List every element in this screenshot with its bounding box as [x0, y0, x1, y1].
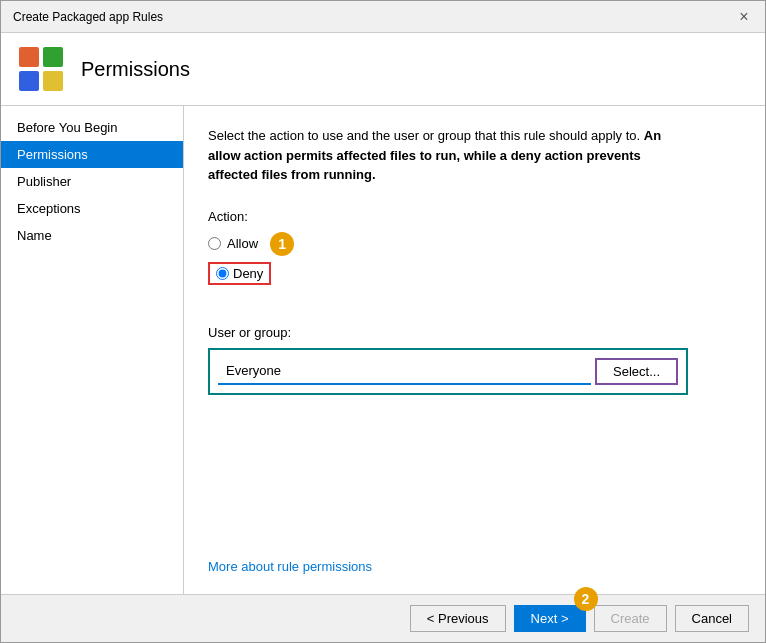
deny-radio-box: Deny [208, 262, 271, 285]
more-link[interactable]: More about rule permissions [208, 559, 372, 574]
page-title: Permissions [81, 58, 190, 81]
main-window: Create Packaged app Rules × Permissions … [0, 0, 766, 643]
title-bar: Create Packaged app Rules × [1, 1, 765, 33]
footer: < Previous 2 Next > Create Cancel [1, 594, 765, 642]
select-button[interactable]: Select... [595, 358, 678, 385]
sidebar: Before You Begin Permissions Publisher E… [1, 106, 184, 594]
link-section: More about rule permissions [208, 543, 741, 574]
sidebar-item-before-you-begin[interactable]: Before You Begin [1, 114, 183, 141]
user-group-label: User or group: [208, 325, 741, 340]
svg-rect-0 [19, 47, 39, 67]
svg-rect-3 [43, 71, 63, 91]
deny-label[interactable]: Deny [233, 266, 263, 281]
header: Permissions [1, 33, 765, 106]
action-radio-group: Allow 1 Deny [208, 232, 741, 285]
user-group-section: User or group: Select... [208, 325, 741, 395]
cancel-button[interactable]: Cancel [675, 605, 749, 632]
next-button[interactable]: Next > [514, 605, 586, 632]
action-section: Action: Allow 1 Deny [208, 209, 741, 305]
svg-rect-1 [43, 47, 63, 67]
annotation-1: 1 [270, 232, 294, 256]
allow-label[interactable]: Allow [227, 236, 258, 251]
content-area: Before You Begin Permissions Publisher E… [1, 106, 765, 594]
next-button-wrapper: 2 Next > [514, 605, 586, 632]
create-button[interactable]: Create [594, 605, 667, 632]
window-title: Create Packaged app Rules [13, 10, 163, 24]
sidebar-item-name[interactable]: Name [1, 222, 183, 249]
main-content: Select the action to use and the user or… [184, 106, 765, 594]
description-text: Select the action to use and the user or… [208, 126, 688, 185]
action-label: Action: [208, 209, 741, 224]
sidebar-item-exceptions[interactable]: Exceptions [1, 195, 183, 222]
user-group-container: Select... [208, 348, 688, 395]
close-button[interactable]: × [735, 8, 753, 26]
user-group-input[interactable] [218, 358, 591, 385]
deny-radio[interactable] [216, 267, 229, 280]
sidebar-item-publisher[interactable]: Publisher [1, 168, 183, 195]
allow-option: Allow 1 [208, 232, 741, 256]
annotation-2: 2 [574, 587, 598, 611]
deny-row: Deny [208, 262, 741, 285]
sidebar-item-permissions[interactable]: Permissions [1, 141, 183, 168]
previous-button[interactable]: < Previous [410, 605, 506, 632]
header-icon [17, 45, 65, 93]
allow-radio[interactable] [208, 237, 221, 250]
svg-rect-2 [19, 71, 39, 91]
